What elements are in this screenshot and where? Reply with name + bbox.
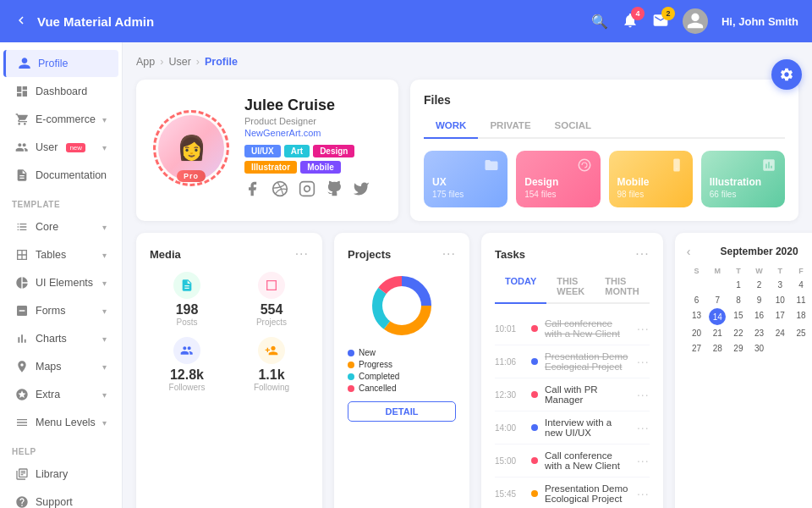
task-dot-3 <box>531 391 538 398</box>
task-more-5[interactable]: ··· <box>637 454 650 467</box>
cal-day[interactable]: 23 <box>749 326 770 340</box>
following-label: Following <box>234 383 309 392</box>
sidebar-item-maps[interactable]: Maps ▾ <box>3 353 118 380</box>
dribbble-icon[interactable] <box>272 180 290 199</box>
cal-day[interactable]: 1 <box>728 278 749 292</box>
media-stat-projects: 554 Projects <box>234 272 309 327</box>
user-avatar[interactable] <box>683 8 708 34</box>
sidebar-item-forms[interactable]: Forms ▾ <box>3 297 118 324</box>
cal-day[interactable]: 18 <box>791 308 811 325</box>
sidebar-item-charts[interactable]: Charts ▾ <box>3 325 118 352</box>
sidebar-label-profile: Profile <box>38 58 68 69</box>
search-icon[interactable]: 🔍 <box>591 14 608 30</box>
tasks-menu-btn[interactable]: ··· <box>635 246 649 262</box>
back-icon[interactable] <box>14 13 29 30</box>
legend-dot-progress <box>348 362 354 368</box>
cal-day[interactable]: 20 <box>687 326 707 340</box>
folder-illustration-name: Illustration <box>710 176 776 188</box>
cal-day[interactable]: 8 <box>728 293 749 307</box>
cal-day[interactable]: 3 <box>770 278 790 292</box>
folder-illustration[interactable]: Illustration 66 files <box>701 151 785 207</box>
tag-art[interactable]: Art <box>284 145 310 157</box>
sidebar: Profile Dashboard E-commerce ▾ User new … <box>0 42 123 508</box>
gear-button[interactable] <box>771 59 802 90</box>
cards-row-1: 👩 Pro Julee Cruise Product Designer NewG… <box>136 80 798 221</box>
cal-day[interactable]: 25 <box>791 326 811 340</box>
sidebar-label-maps: Maps <box>36 361 62 373</box>
media-menu-btn[interactable]: ··· <box>295 246 309 262</box>
folder-mobile-name: Mobile <box>617 176 684 188</box>
twitter-icon[interactable] <box>353 180 371 199</box>
task-dot-2 <box>531 358 538 365</box>
user-new-badge: new <box>66 143 85 152</box>
cal-day[interactable]: 4 <box>791 278 811 292</box>
tag-uiux[interactable]: UI/UX <box>244 145 281 157</box>
tag-mobile[interactable]: Mobile <box>300 161 341 174</box>
cal-day[interactable]: 7 <box>707 293 727 307</box>
messages-badge: 2 <box>661 7 675 20</box>
sidebar-item-ecommerce[interactable]: E-commerce ▾ <box>3 106 118 133</box>
tag-illustrator[interactable]: Illustrator <box>244 161 297 174</box>
sidebar-item-tables[interactable]: Tables ▾ <box>3 241 118 268</box>
tag-design[interactable]: Design <box>313 145 354 157</box>
folder-design[interactable]: Design 154 files <box>516 151 600 207</box>
sidebar-item-documentation[interactable]: Documentation <box>3 162 118 189</box>
detail-button[interactable]: DETAIL <box>348 401 456 422</box>
cal-day[interactable]: 17 <box>770 308 790 325</box>
breadcrumb-app[interactable]: App <box>136 56 155 68</box>
messages-btn[interactable]: 2 <box>652 12 669 31</box>
sidebar-item-extra[interactable]: Extra ▾ <box>3 381 118 408</box>
cal-day-today[interactable]: 14 <box>709 308 726 325</box>
svg-point-10 <box>382 286 421 325</box>
sidebar-item-dashboard[interactable]: Dashboard <box>3 78 118 105</box>
sidebar-item-menu-levels[interactable]: Menu Levels ▾ <box>3 409 118 436</box>
cal-day[interactable]: 21 <box>707 326 727 340</box>
profile-link[interactable]: NewGenerArt.com <box>244 128 381 138</box>
files-tab-social[interactable]: SOCIAL <box>543 115 603 139</box>
task-more-4[interactable]: ··· <box>637 421 650 434</box>
sidebar-item-profile[interactable]: Profile <box>3 50 118 77</box>
sidebar-item-core[interactable]: Core ▾ <box>3 213 118 240</box>
task-more-3[interactable]: ··· <box>637 388 650 401</box>
sidebar-item-ui-elements[interactable]: UI Elements ▾ <box>3 269 118 296</box>
cal-day[interactable]: 11 <box>791 293 811 307</box>
cal-day[interactable]: 9 <box>749 293 770 307</box>
brand: Vue Material Admin <box>14 13 154 30</box>
media-stat-following: 1.1k Following <box>234 337 309 392</box>
following-count: 1.1k <box>234 367 309 383</box>
cal-day[interactable]: 6 <box>687 293 707 307</box>
task-more-2[interactable]: ··· <box>637 355 650 368</box>
instagram-icon[interactable] <box>299 180 317 199</box>
cal-day[interactable]: 16 <box>749 308 770 325</box>
sidebar-item-support[interactable]: Support <box>3 489 118 508</box>
task-more-6[interactable]: ··· <box>637 487 650 500</box>
cal-day[interactable]: 10 <box>770 293 790 307</box>
cal-prev-btn[interactable]: ‹ <box>687 245 691 258</box>
tasks-tab-month[interactable]: THIS MONTH <box>595 272 649 304</box>
task-more-1[interactable]: ··· <box>637 322 650 335</box>
facebook-icon[interactable] <box>244 180 263 199</box>
cal-day[interactable]: 2 <box>749 278 770 292</box>
sidebar-item-library[interactable]: Library <box>3 461 118 488</box>
cal-day[interactable]: 27 <box>687 341 707 356</box>
folder-mobile[interactable]: Mobile 98 files <box>609 151 693 207</box>
task-item-2: 11:06 Presentation Demo Ecological Proje… <box>495 345 650 378</box>
files-tab-private[interactable]: PRIVATE <box>478 115 542 139</box>
breadcrumb-user[interactable]: User <box>168 56 190 68</box>
tasks-tab-week[interactable]: THIS WEEK <box>546 272 595 304</box>
notifications-btn[interactable]: 4 <box>622 12 639 31</box>
files-tab-work[interactable]: WORK <box>424 115 478 139</box>
sidebar-item-user[interactable]: User new ▾ <box>3 134 118 161</box>
cal-day[interactable]: 13 <box>687 308 707 325</box>
cal-day[interactable]: 29 <box>728 341 749 356</box>
folder-ux[interactable]: UX 175 files <box>424 151 508 207</box>
projects-menu-btn[interactable]: ··· <box>442 246 456 262</box>
tasks-tab-today[interactable]: TODAY <box>495 272 546 304</box>
cal-day[interactable]: 30 <box>749 341 770 356</box>
cal-day[interactable]: 24 <box>770 326 790 340</box>
cal-day[interactable]: 28 <box>707 341 727 356</box>
cal-day[interactable]: 15 <box>728 308 749 325</box>
cal-day[interactable]: 22 <box>728 326 749 340</box>
topnav-actions: 🔍 4 2 Hi, John Smith <box>591 8 798 34</box>
github-icon[interactable] <box>326 180 344 199</box>
